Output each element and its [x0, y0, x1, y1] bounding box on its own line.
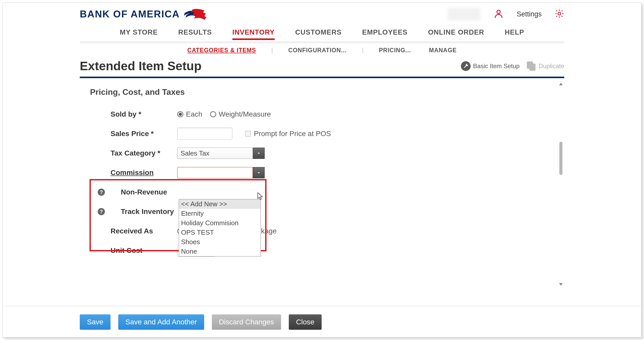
- radio-sold-by-each[interactable]: Each: [177, 110, 202, 118]
- save-add-another-button[interactable]: Save and Add Another: [118, 314, 204, 330]
- subnav-separator: |: [362, 47, 364, 54]
- sales-price-input[interactable]: [177, 128, 232, 140]
- dd-item[interactable]: OPS TEST: [179, 228, 261, 237]
- title-actions: Basic Item Setup Duplicate: [461, 61, 564, 71]
- title-row: Extended Item Setup Basic Item Setup Dup…: [80, 57, 564, 78]
- nav-help[interactable]: HELP: [505, 28, 524, 40]
- radio-dot-icon: [177, 111, 183, 117]
- mouse-cursor-icon: [257, 192, 263, 201]
- footer-bar: Save Save and Add Another Discard Change…: [3, 306, 641, 337]
- commission-dropdown[interactable]: << Add New >> Eternity Holiday Commision…: [179, 199, 261, 256]
- nav-inventory[interactable]: INVENTORY: [232, 28, 275, 40]
- svg-point-1: [558, 12, 561, 15]
- page-title: Extended Item Setup: [80, 59, 202, 73]
- row-sold-by: Sold by * Each Weight/Measure: [90, 105, 559, 124]
- row-sales-price: Sales Price * Prompt for Price at POS: [90, 124, 559, 143]
- dd-item[interactable]: None: [179, 247, 261, 256]
- checkbox-box-icon: [245, 131, 251, 137]
- subnav-pricing[interactable]: PRICING...: [376, 47, 413, 54]
- user-icon[interactable]: [493, 8, 504, 20]
- form-area: Pricing, Cost, and Taxes Sold by * Each …: [80, 78, 564, 288]
- label-commission[interactable]: Commission: [111, 169, 154, 177]
- row-unit-cost: Unit Cost: [90, 241, 559, 260]
- svg-point-0: [497, 10, 500, 14]
- basic-item-setup-label: Basic Item Setup: [473, 63, 520, 70]
- dd-item[interactable]: Holiday Commision: [179, 218, 261, 228]
- label-non-revenue: Non-Revenue: [121, 188, 167, 196]
- gear-icon[interactable]: [554, 9, 564, 19]
- row-received-as: Received As Individual Item Package: [90, 221, 559, 241]
- save-button[interactable]: Save: [80, 314, 111, 330]
- dd-item[interactable]: Shoes: [179, 237, 261, 247]
- nav-online-order[interactable]: ONLINE ORDER: [428, 28, 484, 40]
- commission-select[interactable]: [177, 167, 265, 178]
- select-value: [177, 167, 253, 178]
- main-nav: MY STORE RESULTS INVENTORY CUSTOMERS EMP…: [80, 23, 564, 42]
- dd-item[interactable]: Eternity: [179, 209, 261, 218]
- subnav-configuration[interactable]: CONFIGURATION...: [286, 47, 349, 54]
- section-title: Pricing, Cost, and Taxes: [90, 87, 559, 97]
- checkbox-prompt-price[interactable]: Prompt for Price at POS: [245, 130, 331, 138]
- sub-nav: CATEGORIES & ITEMS | CONFIGURATION... | …: [80, 44, 564, 57]
- nav-results[interactable]: RESULTS: [178, 28, 212, 40]
- row-tax-category: Tax Category * Sales Tax: [90, 143, 559, 163]
- duplicate-icon: [527, 61, 536, 71]
- discard-changes-button: Discard Changes: [212, 314, 281, 330]
- radio-dot-icon: [210, 111, 216, 117]
- subnav-separator: |: [271, 47, 273, 54]
- row-track-inventory: ? Track Inventory: [90, 202, 559, 221]
- nav-my-store[interactable]: MY STORE: [120, 28, 158, 40]
- row-commission: Commission: [90, 163, 559, 182]
- brand-logo: BANK OF AMERICA: [80, 7, 206, 21]
- select-value: Sales Tax: [177, 148, 253, 159]
- radio-sold-by-weight[interactable]: Weight/Measure: [210, 110, 271, 118]
- label-received-as: Received As: [111, 227, 153, 235]
- duplicate-button: Duplicate: [527, 61, 564, 71]
- close-button[interactable]: Close: [289, 314, 322, 330]
- logo-text: BANK OF AMERICA: [80, 9, 180, 20]
- row-non-revenue: ? Non-Revenue: [90, 182, 559, 202]
- chevron-down-icon[interactable]: [253, 167, 265, 178]
- wrench-icon: [461, 61, 471, 71]
- help-icon[interactable]: ?: [98, 189, 105, 196]
- flag-icon: [183, 7, 206, 21]
- label-track-inventory: Track Inventory: [121, 208, 174, 216]
- scrollbar[interactable]: [559, 83, 563, 286]
- tax-category-select[interactable]: Sales Tax: [177, 148, 265, 159]
- nav-shadow: [80, 42, 564, 44]
- basic-item-setup-button[interactable]: Basic Item Setup: [461, 61, 520, 71]
- duplicate-label: Duplicate: [539, 63, 564, 70]
- nav-customers[interactable]: CUSTOMERS: [295, 28, 342, 40]
- settings-link[interactable]: Settings: [517, 10, 542, 18]
- app-container: BANK OF AMERICA: [3, 3, 641, 337]
- subnav-categories-items[interactable]: CATEGORIES & ITEMS: [185, 47, 259, 54]
- header: BANK OF AMERICA: [80, 3, 564, 23]
- account-placeholder: [447, 8, 481, 20]
- dd-item-add-new[interactable]: << Add New >>: [179, 199, 261, 209]
- label-sold-by: Sold by *: [111, 110, 141, 118]
- label-tax-category: Tax Category *: [111, 149, 160, 157]
- nav-employees[interactable]: EMPLOYEES: [362, 28, 408, 40]
- chevron-down-icon[interactable]: [253, 148, 265, 159]
- label-unit-cost: Unit Cost: [111, 246, 142, 255]
- header-utilities: Settings: [447, 8, 564, 20]
- help-icon[interactable]: ?: [98, 208, 105, 215]
- subnav-manage[interactable]: MANAGE: [426, 47, 459, 54]
- label-sales-price: Sales Price *: [111, 130, 154, 138]
